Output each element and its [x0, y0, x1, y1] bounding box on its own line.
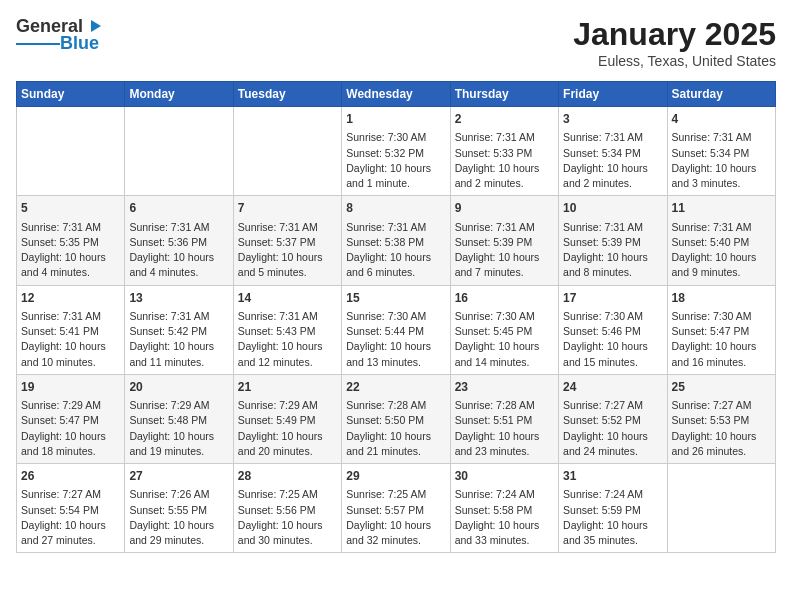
calendar-header: SundayMondayTuesdayWednesdayThursdayFrid…	[17, 82, 776, 107]
day-number: 30	[455, 468, 554, 485]
day-number: 29	[346, 468, 445, 485]
day-info: Sunrise: 7:25 AMSunset: 5:57 PMDaylight:…	[346, 487, 445, 548]
day-info: Sunrise: 7:26 AMSunset: 5:55 PMDaylight:…	[129, 487, 228, 548]
calendar-cell: 17Sunrise: 7:30 AMSunset: 5:46 PMDayligh…	[559, 285, 667, 374]
header-friday: Friday	[559, 82, 667, 107]
day-info: Sunrise: 7:31 AMSunset: 5:42 PMDaylight:…	[129, 309, 228, 370]
day-number: 3	[563, 111, 662, 128]
day-info: Sunrise: 7:24 AMSunset: 5:59 PMDaylight:…	[563, 487, 662, 548]
calendar-cell: 9Sunrise: 7:31 AMSunset: 5:39 PMDaylight…	[450, 196, 558, 285]
day-info: Sunrise: 7:24 AMSunset: 5:58 PMDaylight:…	[455, 487, 554, 548]
day-info: Sunrise: 7:31 AMSunset: 5:40 PMDaylight:…	[672, 220, 771, 281]
header-wednesday: Wednesday	[342, 82, 450, 107]
calendar-cell: 24Sunrise: 7:27 AMSunset: 5:52 PMDayligh…	[559, 374, 667, 463]
calendar-cell: 26Sunrise: 7:27 AMSunset: 5:54 PMDayligh…	[17, 464, 125, 553]
header-monday: Monday	[125, 82, 233, 107]
day-number: 6	[129, 200, 228, 217]
logo-underline	[16, 43, 60, 45]
day-info: Sunrise: 7:31 AMSunset: 5:38 PMDaylight:…	[346, 220, 445, 281]
calendar-week-2: 5Sunrise: 7:31 AMSunset: 5:35 PMDaylight…	[17, 196, 776, 285]
logo: General Blue	[16, 16, 103, 54]
calendar-cell: 30Sunrise: 7:24 AMSunset: 5:58 PMDayligh…	[450, 464, 558, 553]
day-number: 26	[21, 468, 120, 485]
title-block: January 2025 Euless, Texas, United State…	[573, 16, 776, 69]
calendar-cell: 12Sunrise: 7:31 AMSunset: 5:41 PMDayligh…	[17, 285, 125, 374]
day-info: Sunrise: 7:29 AMSunset: 5:49 PMDaylight:…	[238, 398, 337, 459]
day-number: 7	[238, 200, 337, 217]
day-info: Sunrise: 7:31 AMSunset: 5:35 PMDaylight:…	[21, 220, 120, 281]
day-info: Sunrise: 7:31 AMSunset: 5:37 PMDaylight:…	[238, 220, 337, 281]
day-number: 16	[455, 290, 554, 307]
calendar-cell: 13Sunrise: 7:31 AMSunset: 5:42 PMDayligh…	[125, 285, 233, 374]
day-info: Sunrise: 7:30 AMSunset: 5:46 PMDaylight:…	[563, 309, 662, 370]
day-info: Sunrise: 7:31 AMSunset: 5:41 PMDaylight:…	[21, 309, 120, 370]
calendar-cell: 2Sunrise: 7:31 AMSunset: 5:33 PMDaylight…	[450, 107, 558, 196]
calendar-cell: 23Sunrise: 7:28 AMSunset: 5:51 PMDayligh…	[450, 374, 558, 463]
day-number: 31	[563, 468, 662, 485]
header-saturday: Saturday	[667, 82, 775, 107]
header-sunday: Sunday	[17, 82, 125, 107]
calendar-cell: 5Sunrise: 7:31 AMSunset: 5:35 PMDaylight…	[17, 196, 125, 285]
day-number: 13	[129, 290, 228, 307]
day-info: Sunrise: 7:30 AMSunset: 5:47 PMDaylight:…	[672, 309, 771, 370]
calendar-cell	[233, 107, 341, 196]
day-number: 10	[563, 200, 662, 217]
day-number: 8	[346, 200, 445, 217]
logo-blue-text: Blue	[60, 33, 99, 54]
day-info: Sunrise: 7:31 AMSunset: 5:39 PMDaylight:…	[563, 220, 662, 281]
header-row: SundayMondayTuesdayWednesdayThursdayFrid…	[17, 82, 776, 107]
day-info: Sunrise: 7:27 AMSunset: 5:52 PMDaylight:…	[563, 398, 662, 459]
day-info: Sunrise: 7:27 AMSunset: 5:54 PMDaylight:…	[21, 487, 120, 548]
calendar-cell: 28Sunrise: 7:25 AMSunset: 5:56 PMDayligh…	[233, 464, 341, 553]
calendar-cell: 15Sunrise: 7:30 AMSunset: 5:44 PMDayligh…	[342, 285, 450, 374]
calendar-cell: 18Sunrise: 7:30 AMSunset: 5:47 PMDayligh…	[667, 285, 775, 374]
calendar-body: 1Sunrise: 7:30 AMSunset: 5:32 PMDaylight…	[17, 107, 776, 553]
calendar-week-4: 19Sunrise: 7:29 AMSunset: 5:47 PMDayligh…	[17, 374, 776, 463]
calendar-cell: 27Sunrise: 7:26 AMSunset: 5:55 PMDayligh…	[125, 464, 233, 553]
day-number: 27	[129, 468, 228, 485]
day-info: Sunrise: 7:30 AMSunset: 5:32 PMDaylight:…	[346, 130, 445, 191]
day-number: 23	[455, 379, 554, 396]
calendar-week-5: 26Sunrise: 7:27 AMSunset: 5:54 PMDayligh…	[17, 464, 776, 553]
day-number: 5	[21, 200, 120, 217]
day-number: 11	[672, 200, 771, 217]
day-number: 1	[346, 111, 445, 128]
day-info: Sunrise: 7:31 AMSunset: 5:33 PMDaylight:…	[455, 130, 554, 191]
calendar-subtitle: Euless, Texas, United States	[573, 53, 776, 69]
calendar-cell: 19Sunrise: 7:29 AMSunset: 5:47 PMDayligh…	[17, 374, 125, 463]
day-info: Sunrise: 7:29 AMSunset: 5:47 PMDaylight:…	[21, 398, 120, 459]
day-number: 28	[238, 468, 337, 485]
calendar-cell: 10Sunrise: 7:31 AMSunset: 5:39 PMDayligh…	[559, 196, 667, 285]
calendar-title: January 2025	[573, 16, 776, 53]
day-number: 25	[672, 379, 771, 396]
svg-marker-0	[91, 20, 101, 32]
day-info: Sunrise: 7:30 AMSunset: 5:44 PMDaylight:…	[346, 309, 445, 370]
day-info: Sunrise: 7:28 AMSunset: 5:51 PMDaylight:…	[455, 398, 554, 459]
day-number: 22	[346, 379, 445, 396]
day-number: 20	[129, 379, 228, 396]
calendar-cell: 3Sunrise: 7:31 AMSunset: 5:34 PMDaylight…	[559, 107, 667, 196]
calendar-cell	[125, 107, 233, 196]
calendar-cell: 11Sunrise: 7:31 AMSunset: 5:40 PMDayligh…	[667, 196, 775, 285]
day-number: 15	[346, 290, 445, 307]
day-number: 19	[21, 379, 120, 396]
day-info: Sunrise: 7:27 AMSunset: 5:53 PMDaylight:…	[672, 398, 771, 459]
calendar-cell: 6Sunrise: 7:31 AMSunset: 5:36 PMDaylight…	[125, 196, 233, 285]
day-number: 18	[672, 290, 771, 307]
day-number: 14	[238, 290, 337, 307]
day-info: Sunrise: 7:31 AMSunset: 5:36 PMDaylight:…	[129, 220, 228, 281]
calendar-cell: 20Sunrise: 7:29 AMSunset: 5:48 PMDayligh…	[125, 374, 233, 463]
calendar-cell: 25Sunrise: 7:27 AMSunset: 5:53 PMDayligh…	[667, 374, 775, 463]
day-info: Sunrise: 7:28 AMSunset: 5:50 PMDaylight:…	[346, 398, 445, 459]
header-tuesday: Tuesday	[233, 82, 341, 107]
day-info: Sunrise: 7:29 AMSunset: 5:48 PMDaylight:…	[129, 398, 228, 459]
calendar-cell: 31Sunrise: 7:24 AMSunset: 5:59 PMDayligh…	[559, 464, 667, 553]
calendar-table: SundayMondayTuesdayWednesdayThursdayFrid…	[16, 81, 776, 553]
header-thursday: Thursday	[450, 82, 558, 107]
day-info: Sunrise: 7:31 AMSunset: 5:34 PMDaylight:…	[563, 130, 662, 191]
day-number: 2	[455, 111, 554, 128]
calendar-cell: 7Sunrise: 7:31 AMSunset: 5:37 PMDaylight…	[233, 196, 341, 285]
calendar-week-1: 1Sunrise: 7:30 AMSunset: 5:32 PMDaylight…	[17, 107, 776, 196]
day-info: Sunrise: 7:31 AMSunset: 5:39 PMDaylight:…	[455, 220, 554, 281]
day-info: Sunrise: 7:31 AMSunset: 5:43 PMDaylight:…	[238, 309, 337, 370]
